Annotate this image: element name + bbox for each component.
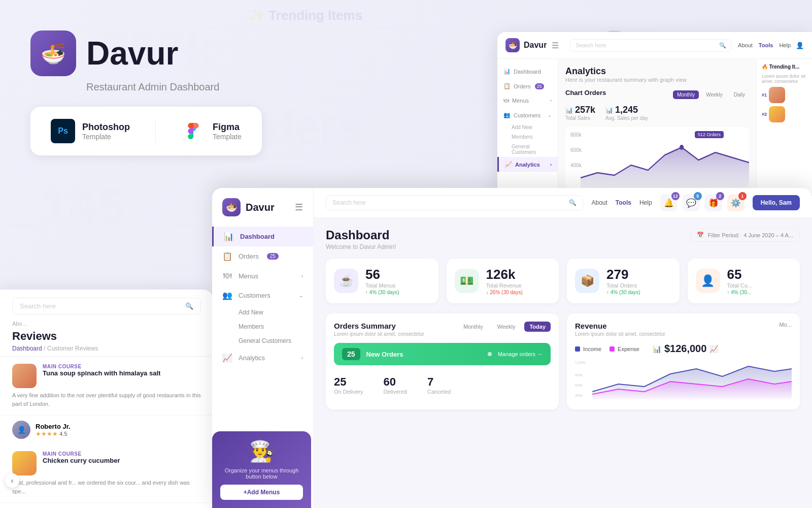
sd-total-sales-value: 257k bbox=[575, 105, 595, 115]
sidebar-item-dashboard[interactable]: 📊 Dashboard bbox=[212, 227, 313, 246]
canceled-stat: 7 Canceled bbox=[427, 375, 451, 395]
sd-menus-label: Menus bbox=[512, 98, 529, 104]
template-badges: Ps Photoshop Template Figma Template bbox=[30, 107, 262, 155]
customers-stat-label: Total Cu... bbox=[727, 282, 753, 289]
sd-orders-badge: 25 bbox=[535, 83, 544, 89]
expense-legend-label: Expense bbox=[618, 346, 639, 352]
customers-icon: 👥 bbox=[222, 291, 232, 300]
menus-chevron: › bbox=[301, 273, 303, 279]
sd-sidebar-customers[interactable]: 👥 Customers ⌄ bbox=[497, 108, 558, 122]
review-2-name: Chicken curry cucumber bbox=[43, 457, 120, 464]
review-item-2: MAIN COURSE Chicken curry cucumber Fast,… bbox=[0, 444, 213, 503]
sd-logo-icon: 🍜 bbox=[505, 38, 520, 52]
review-1-text: A very fine addition to the not over ple… bbox=[12, 391, 201, 408]
hello-button[interactable]: Hello, Sam bbox=[753, 195, 800, 210]
sidebar-menu-toggle[interactable]: ☰ bbox=[295, 202, 303, 213]
nav-bell-button[interactable]: 🔔 12 bbox=[660, 194, 678, 211]
sidebar-sub-members[interactable]: Members bbox=[212, 320, 313, 334]
orders-summary-subtitle: Lorem ipsum dolor sit amet, consectetur bbox=[334, 331, 424, 337]
delivered-value: 60 bbox=[383, 375, 407, 389]
delivered-stat: 60 Delivered bbox=[383, 375, 407, 395]
figma-label: Figma bbox=[213, 122, 242, 133]
sd-stat-row: 📊 257k Total Sales 📊 1,245 Avg. Sales pe… bbox=[565, 105, 749, 121]
sidebar-item-customers[interactable]: 👥 Customers ⌄ bbox=[212, 285, 313, 305]
revenue-bar-icon: 📊 bbox=[653, 345, 661, 353]
sd-sub-general-customers[interactable]: General Customers bbox=[497, 142, 558, 157]
manage-orders-link[interactable]: Manage orders → bbox=[498, 351, 543, 357]
sd-analytics-icon: 📈 bbox=[505, 161, 512, 168]
main-search-box[interactable]: Search here 🔍 bbox=[326, 195, 583, 210]
orders-summary-tabs: Monthly Weekly Today bbox=[458, 322, 551, 332]
sd-sub-members[interactable]: Members bbox=[497, 132, 558, 142]
orders-tab-monthly[interactable]: Monthly bbox=[458, 322, 488, 332]
sd-sidebar-dashboard[interactable]: 📊 Dashboard bbox=[497, 64, 558, 79]
orders-stat-label: Total Orders bbox=[606, 282, 640, 289]
income-legend: Income bbox=[575, 346, 601, 352]
on-delivery-label: On Delivery bbox=[334, 389, 363, 395]
revenue-stat-value: 126k bbox=[486, 267, 523, 282]
revenue-stat-label: Total Revenue bbox=[486, 282, 523, 289]
menus-stat-label: Total Menus bbox=[365, 282, 399, 289]
sd-nav-tools[interactable]: Tools bbox=[759, 42, 773, 48]
nav-about[interactable]: About bbox=[591, 199, 607, 206]
sidebar-item-analytics[interactable]: 📈 Analytics › bbox=[212, 348, 313, 368]
calendar-icon: 📅 bbox=[697, 232, 704, 238]
chat-badge: 5 bbox=[694, 192, 702, 200]
sd-sidebar-orders[interactable]: 📋 Orders 25 bbox=[497, 79, 558, 93]
sd-body: 📊 Dashboard 📋 Orders 25 🍽 Menus › 👥 Cust… bbox=[497, 59, 812, 195]
prev-button[interactable]: ‹ bbox=[5, 473, 19, 488]
sidebar-sub-addnew[interactable]: Add New bbox=[212, 305, 313, 320]
stat-card-revenue: 💵 126k Total Revenue ↓ 26% (30 days) bbox=[447, 259, 559, 303]
expense-legend-dot bbox=[610, 346, 615, 352]
sd-trending-img-1 bbox=[769, 87, 785, 103]
income-legend-dot bbox=[575, 346, 580, 352]
sidebar-sub-general-customers[interactable]: General Customers bbox=[212, 334, 313, 348]
sidebar-dashboard-label: Dashboard bbox=[240, 233, 275, 240]
stats-row: ☕ 56 Total Menus ↑ 4% (30 days) 💵 126k T… bbox=[326, 259, 800, 303]
sidebar-item-menus[interactable]: 🍽 Menus › bbox=[212, 266, 313, 285]
sidebar-logo-text: Davur bbox=[246, 202, 275, 213]
filter-period[interactable]: 📅 Filter Period: 4 June 2020 – 4 A... bbox=[690, 228, 800, 242]
main-search-placeholder: Search here bbox=[332, 199, 565, 206]
sidebar-logo: 🍜 Davur ☰ bbox=[212, 198, 313, 227]
nav-chat-button[interactable]: 💬 5 bbox=[683, 194, 700, 211]
breadcrumb-dashboard[interactable]: Dashboard bbox=[12, 345, 42, 352]
sidebar-menus-label: Menus bbox=[239, 272, 258, 280]
sd-avatar: 👤 bbox=[796, 42, 804, 49]
nav-tools[interactable]: Tools bbox=[616, 199, 631, 206]
hero-title: Davur bbox=[86, 35, 178, 72]
nav-help[interactable]: Help bbox=[639, 199, 652, 206]
new-orders-label: New Orders bbox=[366, 351, 482, 358]
sd-sidebar-menus[interactable]: 🍽 Menus › bbox=[497, 93, 558, 108]
revenue-panel-subtitle: Lorem ipsum dolor sit amet, consectetur bbox=[575, 331, 665, 337]
sd-nav-about[interactable]: About bbox=[738, 42, 753, 48]
sd-search-box[interactable]: Search here 🔍 bbox=[570, 39, 732, 52]
sd-nav-help[interactable]: Help bbox=[779, 42, 791, 48]
reviewer-2-row: 👤 Jubaedah ★★★★ bbox=[0, 503, 213, 508]
sd-menu-icon[interactable]: ☰ bbox=[552, 41, 559, 50]
nav-gift-button[interactable]: 🎁 2 bbox=[705, 194, 722, 211]
sd-tab-weekly[interactable]: Weekly bbox=[702, 90, 727, 99]
sd-chart-header: Chart Orders Monthly Weekly Daily bbox=[565, 89, 749, 101]
add-menus-button[interactable]: +Add Menus bbox=[220, 485, 303, 500]
sd-tab-daily[interactable]: Daily bbox=[730, 90, 749, 99]
revenue-bar-icon-2: 📈 bbox=[709, 345, 718, 353]
sd-analytics-label: Analytics bbox=[515, 162, 540, 168]
review-2-category: MAIN COURSE bbox=[43, 451, 120, 457]
sidebar-item-orders[interactable]: 📋 Orders 25 bbox=[212, 246, 313, 266]
nav-settings-button[interactable]: ⚙️ 1 bbox=[727, 194, 745, 211]
sd-content: Analytics Here is your restaurant summar… bbox=[558, 59, 756, 195]
sd-trending-title: 🔥 Trending It... bbox=[762, 64, 807, 70]
orders-tab-weekly[interactable]: Weekly bbox=[492, 322, 521, 332]
reviews-search-icon: 🔍 bbox=[185, 302, 193, 310]
reviews-nav-about[interactable]: Abo... bbox=[12, 321, 27, 327]
sd-avg-sales-value: 1,245 bbox=[615, 105, 638, 115]
sd-sidebar-analytics[interactable]: 📈 Analytics › bbox=[497, 157, 558, 172]
orders-tab-today[interactable]: Today bbox=[524, 322, 551, 332]
revenue-more-button[interactable]: Mo... bbox=[780, 322, 792, 328]
income-legend-label: Income bbox=[583, 346, 601, 352]
svg-text:400k: 400k bbox=[575, 393, 583, 398]
sd-sub-addnew[interactable]: Add New bbox=[497, 122, 558, 132]
reviews-search-box[interactable]: Search here 🔍 bbox=[12, 298, 201, 314]
sd-tab-monthly[interactable]: Monthly bbox=[673, 90, 699, 99]
